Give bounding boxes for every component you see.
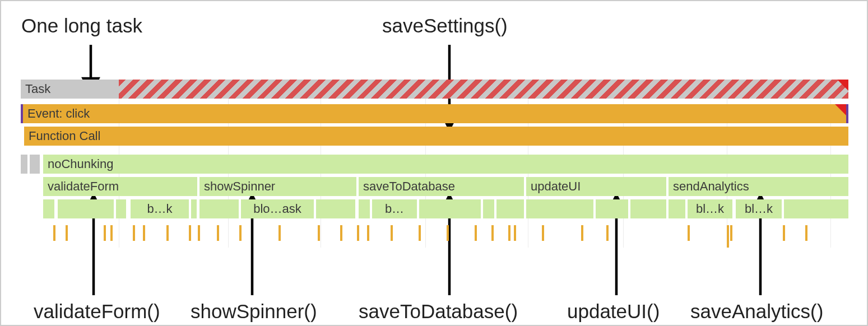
leaf-block [496,199,524,218]
tick-mark [419,225,421,241]
leaf-block-labeled: b… [372,199,417,218]
tick-mark [217,225,219,241]
tick-mark [508,225,510,241]
leaf-block-labeled: bl…k [736,199,782,218]
tick-mark [391,225,393,241]
tick-mark [53,225,55,241]
tick-mark [730,225,732,241]
leaf-block [43,199,54,218]
annotation-validateform: validateForm() [34,300,160,323]
leaf-block [116,199,126,218]
diagram-frame: One long task saveSettings() Task [0,0,868,326]
task-warning-triangle-icon [837,80,848,91]
leaf-block [316,199,355,218]
leaf-block [199,199,239,218]
tick-mark [447,225,449,241]
leaf-block [359,199,370,218]
leaf-block [419,199,481,218]
tick-mark [198,225,200,241]
tick-mark [514,225,516,241]
tick-mark [491,225,494,241]
flame-chart: Task Event: click Function Call noChunki… [21,80,848,248]
tick-mark [340,225,342,241]
leaf-block [483,199,494,218]
tick-mark [104,225,106,241]
leaf-block-labeled: blo…ask [241,199,314,218]
event-click-bar: Event: click [23,104,846,123]
leaf-block-labeled: b…k [131,199,189,218]
tick-mark [166,225,169,241]
tick-mark [581,225,583,241]
annotation-one-long-task: One long task [21,15,142,37]
event-warning-triangle-icon [835,104,846,115]
leaf-block [669,199,685,218]
leaf-block [784,199,848,218]
task-long-hatch [119,80,848,99]
tick-mark [278,225,281,241]
leaf-block-labeled: bl…k [688,199,732,218]
leaf-block [58,199,114,218]
validateform-bar: validateForm [43,177,197,196]
annotation-savetodatabase: saveToDatabase() [359,300,518,323]
tick-mark [727,225,729,248]
sendanalytics-bar: sendAnalytics [669,177,848,196]
leaf-block [630,199,666,218]
annotation-save-settings: saveSettings() [382,15,508,37]
tick-mark [143,225,145,241]
updateui-bar: updateUI [526,177,666,196]
function-call-bar: Function Call [24,127,848,146]
tick-mark [805,225,807,241]
tick-mark [110,225,113,241]
tick-mark [133,225,135,241]
showspinner-bar: showSpinner [199,177,356,196]
tick-mark [475,225,477,241]
leaf-block [191,199,197,218]
annotation-saveanalytics: saveAnalytics() [690,300,823,323]
tick-mark [189,225,191,241]
tick-mark [367,225,369,241]
tick-mark [357,225,359,241]
nochunking-bar: noChunking [43,155,848,174]
tick-mark [688,225,690,241]
tick-mark [606,225,609,241]
task-bar: Task [21,80,119,99]
event-right-edge [846,104,848,123]
annotation-updateui: updateUI() [567,300,660,323]
grey-sliver-2 [30,155,40,174]
savetodatabase-bar: saveToDatabase [359,177,524,196]
tick-mark [542,225,544,241]
tick-mark [318,225,320,241]
leaf-block [596,199,628,218]
tick-mark [783,225,785,241]
leaf-block [526,199,593,218]
tick-mark [239,225,242,241]
annotation-showspinner: showSpinner() [191,300,317,323]
tick-mark [66,225,68,241]
grey-sliver-1 [21,155,27,174]
